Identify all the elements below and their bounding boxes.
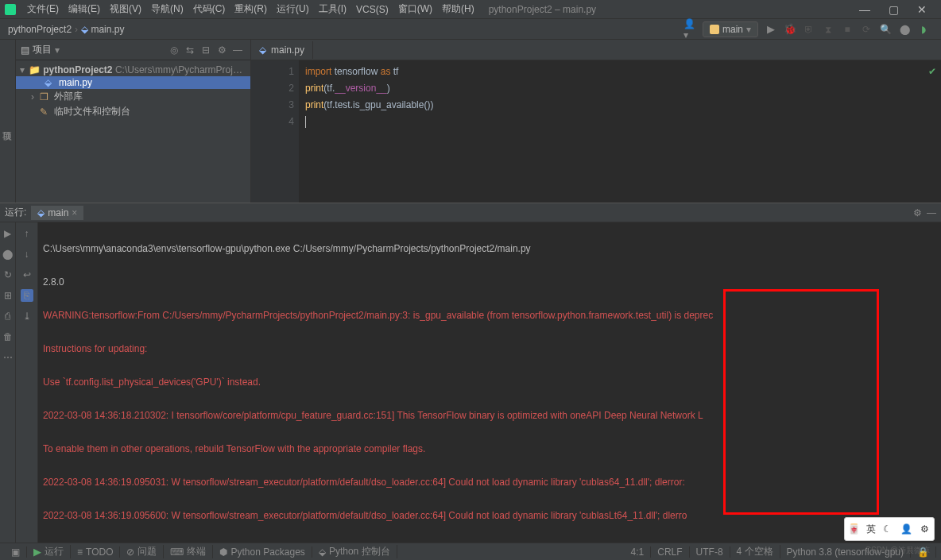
expand-icon[interactable]: ⇆ (184, 44, 196, 56)
python-file-icon: ⬙ (45, 77, 56, 88)
chevron-down-icon[interactable]: ▾ (19, 64, 25, 75)
breadcrumb-file[interactable]: ⬙ main.py (78, 24, 127, 35)
left-tool-strip[interactable]: 项目 (0, 40, 16, 203)
ime-widget[interactable]: 🀄 英 ☾ 👤 ⚙ (844, 517, 935, 541)
close-icon[interactable]: × (72, 207, 77, 218)
trash-button[interactable]: 🗑 (2, 330, 14, 343)
menu-navigate[interactable]: 导航(N) (146, 2, 188, 16)
sb-problems[interactable]: ⊘ 问题 (120, 545, 164, 558)
filter-icon[interactable]: ⎘ (21, 289, 33, 302)
pin-button[interactable]: ⎙ (2, 310, 14, 322)
menu-code[interactable]: 代码(C) (188, 2, 230, 16)
tree-file-main[interactable]: ⬙ main.py (16, 76, 250, 89)
sb-indent[interactable]: 4 个空格 (730, 545, 780, 558)
user-icon[interactable]: 👤▾ (683, 23, 696, 36)
status-bar: ▣ ▶运行 ≡ TODO ⊘ 问题 ⌨ 终端 ⬢ Python Packages… (0, 543, 941, 560)
stop-button[interactable]: ■ (841, 23, 854, 36)
caret (305, 116, 306, 128)
sb-eol[interactable]: CRLF (651, 546, 689, 558)
ime-gear-icon[interactable]: ⚙ (918, 523, 931, 535)
run-tab-main[interactable]: ⬙ main × (31, 206, 83, 220)
tree-root[interactable]: ▾ 📁 pythonProject2 C:\Users\mmy\PycharmP… (16, 64, 250, 76)
editor-tab-0[interactable]: ⬙ main.py (251, 41, 313, 59)
main-area: 项目 ▤ 项目 ▾ ◎ ⇆ ⊟ ⚙ — ▾ 📁 pythonProject2 C… (0, 40, 941, 203)
scroll-icon[interactable]: ⤓ (21, 310, 33, 322)
sb-toolwin-icon[interactable]: ▣ (5, 546, 27, 558)
run-config-label: main (722, 24, 743, 35)
ime-moon-icon[interactable]: ☾ (881, 523, 894, 535)
gear-icon[interactable]: ⚙ (913, 207, 922, 218)
project-tree[interactable]: ▾ 📁 pythonProject2 C:\Users\mmy\PycharmP… (16, 60, 250, 122)
python-file-icon: ⬙ (81, 24, 88, 35)
menu-edit[interactable]: 编辑(E) (64, 2, 105, 16)
sb-pyconsole[interactable]: ⬙ Python 控制台 (312, 545, 397, 558)
ime-user-icon[interactable]: 👤 (900, 523, 912, 535)
hide-icon[interactable]: — (231, 44, 244, 56)
sb-position[interactable]: 4:1 (625, 546, 652, 558)
up-arrow-icon[interactable]: ↑ (21, 227, 33, 240)
run-label: 运行: (5, 206, 26, 219)
stop-button[interactable]: ⬤ (2, 248, 14, 261)
settings-sync-icon[interactable]: ⬤ (898, 23, 911, 36)
project-tool-title: 项目 (33, 43, 52, 56)
inspection-ok-icon[interactable]: ✔ (928, 64, 936, 80)
menubar: 文件(E) 编辑(E) 视图(V) 导航(N) 代码(C) 重构(R) 运行(U… (0, 0, 941, 19)
navigation-bar: pythonProject2 › ⬙ main.py 👤▾ main ▾ ▶ 🐞… (0, 19, 941, 40)
layout-button[interactable]: ⊞ (2, 289, 14, 302)
sb-encoding[interactable]: UTF-8 (690, 546, 730, 558)
menu-tools[interactable]: 工具(I) (314, 2, 351, 16)
hide-icon[interactable]: — (927, 207, 936, 218)
sb-packages[interactable]: ⬢ Python Packages (213, 546, 312, 558)
tree-external-libs[interactable]: › ❒ 外部库 (16, 89, 250, 104)
gear-icon[interactable]: ⚙ (215, 44, 228, 56)
menu-run[interactable]: 运行(U) (272, 2, 314, 16)
coverage-button[interactable]: ⛨ (803, 23, 815, 36)
menu-file[interactable]: 文件(E) (22, 2, 64, 16)
run-config-selector[interactable]: main ▾ (703, 21, 758, 37)
down-arrow-icon[interactable]: ↓ (21, 248, 33, 261)
project-tool-window: ▤ 项目 ▾ ◎ ⇆ ⊟ ⚙ — ▾ 📁 pythonProject2 C:\U… (16, 40, 251, 203)
gutter-bar (251, 60, 275, 203)
collapse-icon[interactable]: ⊟ (199, 44, 212, 56)
maximize-button[interactable]: ▢ (879, 0, 908, 19)
target-icon[interactable]: ◎ (168, 44, 180, 56)
breadcrumb-project[interactable]: pythonProject2 (5, 24, 75, 35)
run-left-toolbar2: ↑ ↓ ↩ ⎘ ⤓ (16, 222, 38, 543)
line-gutter: 1234 (275, 60, 299, 203)
sb-run[interactable]: ▶运行 (27, 545, 71, 558)
close-button[interactable]: ✕ (908, 0, 936, 19)
menu-help[interactable]: 帮助(H) (437, 2, 479, 16)
minimize-button[interactable]: — (850, 0, 879, 19)
search-everywhere-button[interactable]: 🔍 (879, 23, 892, 36)
more-button[interactable]: ⋯ (2, 351, 14, 364)
menu-window[interactable]: 窗口(W) (393, 2, 437, 16)
chevron-down-icon: ▾ (746, 24, 751, 35)
editor-area: ⬙ main.py 1234 import tensorflow as tfpr… (251, 40, 941, 203)
run-button[interactable]: ▶ (765, 23, 777, 36)
wrap-icon[interactable]: ↩ (21, 268, 33, 281)
code-content[interactable]: import tensorflow as tfprint(tf.__versio… (299, 60, 941, 203)
ime-keyboard-icon: 🀄 (848, 523, 861, 535)
menu-view[interactable]: 视图(V) (105, 2, 146, 16)
chevron-right-icon[interactable]: › (29, 91, 37, 102)
extra-icon[interactable]: ◗ (917, 23, 930, 36)
toolbar-right: 👤▾ main ▾ ▶ 🐞 ⛨ ⧗ ■ ⟳ 🔍 ⬤ ◗ (683, 21, 936, 37)
run-left-toolbar: ▶ ⬤ ↻ ⊞ ⎙ 🗑 ⋯ (0, 222, 16, 543)
profile-button[interactable]: ⧗ (822, 23, 835, 36)
tree-scratches[interactable]: ✎ 临时文件和控制台 (16, 104, 250, 119)
chevron-down-icon[interactable]: ▾ (55, 44, 60, 56)
code-editor[interactable]: 1234 import tensorflow as tfprint(tf.__v… (251, 60, 941, 203)
menu-vcs[interactable]: VCS(S) (351, 4, 393, 15)
sb-terminal[interactable]: ⌨ 终端 (164, 545, 213, 558)
console-output[interactable]: C:\Users\mmy\anaconda3\envs\tensorflow-g… (38, 222, 941, 543)
window-title: pythonProject2 – main.py (489, 4, 596, 15)
run-header: 运行: ⬙ main × ⚙ — (0, 203, 941, 222)
debug-button[interactable]: 🐞 (784, 23, 796, 36)
project-folder-icon: ▤ (21, 44, 29, 56)
update-button[interactable]: ⟳ (860, 23, 873, 36)
rerun-button[interactable]: ▶ (2, 227, 14, 240)
python-icon (710, 25, 719, 34)
restart-button[interactable]: ↻ (2, 268, 14, 281)
sb-todo[interactable]: ≡ TODO (71, 546, 120, 558)
menu-refactor[interactable]: 重构(R) (230, 2, 272, 16)
